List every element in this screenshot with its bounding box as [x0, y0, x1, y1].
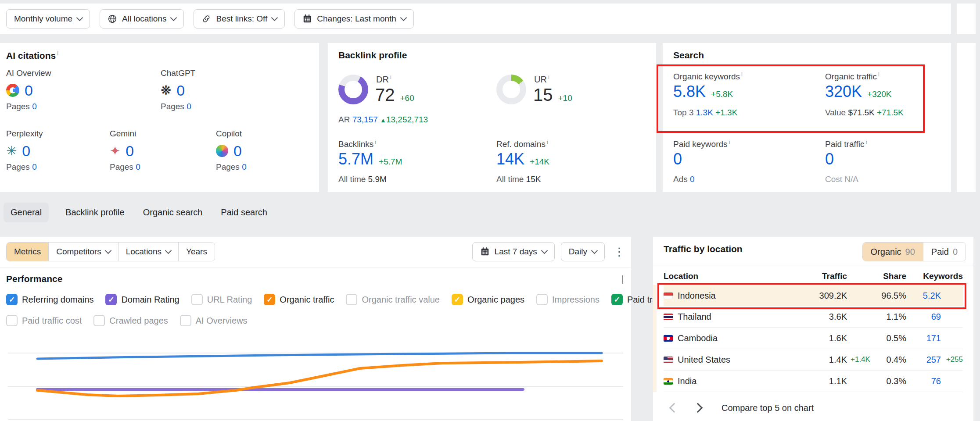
- keywords-link[interactable]: 69: [906, 312, 963, 322]
- next-page-icon[interactable]: [693, 403, 703, 413]
- checkbox-ai-overviews[interactable]: AI Overviews: [180, 315, 248, 326]
- date-controls: Last 7 days Daily ⋮: [472, 242, 628, 261]
- col-share[interactable]: Share: [847, 271, 906, 281]
- top3-link[interactable]: 1.3K: [696, 108, 713, 117]
- info-icon[interactable]: i: [548, 74, 549, 80]
- info-icon[interactable]: i: [729, 139, 730, 145]
- checkbox-box[interactable]: [264, 294, 275, 305]
- tab-paid-search[interactable]: Paid search: [219, 203, 269, 222]
- more-options-kebab-icon[interactable]: ⋮: [611, 243, 628, 261]
- collapse-section-button[interactable]: [622, 275, 623, 283]
- segment-locations[interactable]: Locations: [118, 243, 178, 261]
- col-keywords[interactable]: Keywords: [906, 271, 963, 281]
- checkbox-box[interactable]: [346, 294, 357, 305]
- chevron-down-icon: [170, 14, 177, 21]
- segment-years[interactable]: Years: [178, 243, 215, 261]
- info-icon[interactable]: i: [57, 50, 58, 57]
- pages-count-link[interactable]: 0: [242, 162, 247, 171]
- tab-general[interactable]: General: [4, 203, 49, 222]
- table-row-thailand[interactable]: Thailand 3.6K 1.1% 69: [664, 306, 963, 328]
- link-icon: [201, 14, 211, 24]
- compare-top5-label: Compare top 5 on chart: [722, 403, 814, 413]
- backlinks-value[interactable]: 5.7M: [338, 150, 373, 168]
- best-links-dropdown[interactable]: Best links: Off: [194, 9, 285, 29]
- segment-metrics[interactable]: Metrics: [7, 243, 48, 261]
- checkbox-organic-pages[interactable]: Organic pages: [452, 294, 524, 305]
- organic-paid-toggle: Organic90 Paid0: [862, 242, 966, 261]
- ai-citations-title: AI citationsi: [6, 50, 58, 61]
- checkbox-box[interactable]: [611, 294, 623, 305]
- info-icon[interactable]: i: [547, 139, 548, 145]
- performance-title: Performance: [6, 274, 62, 284]
- checkbox-organic-traffic[interactable]: Organic traffic: [264, 294, 334, 305]
- checkbox-box[interactable]: [536, 294, 548, 305]
- checkbox-paid-traffic-cost[interactable]: Paid traffic cost: [6, 315, 82, 326]
- tab-backlink-profile[interactable]: Backlink profile: [64, 203, 126, 222]
- organic-traffic-value[interactable]: 320K: [825, 82, 862, 101]
- pages-count-link[interactable]: 0: [187, 102, 191, 111]
- ar-value-link[interactable]: 73,157: [352, 115, 378, 124]
- col-location[interactable]: Location: [664, 271, 777, 281]
- toggle-organic[interactable]: Organic90: [863, 243, 923, 261]
- checkbox-referring-domains[interactable]: Referring domains: [6, 294, 93, 305]
- ai-overview-count[interactable]: 0: [25, 82, 33, 99]
- checkbox-box[interactable]: [180, 315, 191, 326]
- gemini-count[interactable]: 0: [126, 143, 134, 160]
- date-range-dropdown[interactable]: Last 7 days: [472, 242, 555, 261]
- chevron-down-icon: [104, 247, 111, 254]
- pages-count-link[interactable]: 0: [136, 162, 140, 171]
- globe-icon: [108, 14, 117, 24]
- organic-keywords-value[interactable]: 5.8K: [673, 82, 706, 101]
- table-row-india[interactable]: India 1.1K 0.3% 76: [664, 371, 963, 392]
- chatgpt-count[interactable]: 0: [176, 82, 185, 99]
- info-icon[interactable]: i: [865, 139, 867, 145]
- pages-count-link[interactable]: 0: [32, 102, 37, 111]
- toggle-paid[interactable]: Paid0: [923, 243, 966, 261]
- info-icon[interactable]: i: [375, 139, 376, 145]
- ref-domains-value[interactable]: 14K: [496, 150, 524, 168]
- col-traffic[interactable]: Traffic: [777, 271, 847, 281]
- previous-page-icon[interactable]: [669, 403, 679, 413]
- checkbox-box[interactable]: [105, 294, 117, 305]
- info-icon[interactable]: i: [741, 71, 743, 78]
- performance-chart[interactable]: [8, 333, 623, 421]
- segment-competitors[interactable]: Competitors: [48, 243, 118, 261]
- pages-count-link[interactable]: 0: [32, 162, 37, 171]
- table-row-cambodia[interactable]: Cambodia 1.6K 0.5% 171: [664, 328, 963, 349]
- checkbox-box[interactable]: [6, 294, 18, 305]
- backlinks-alltime: 5.9M: [368, 175, 387, 184]
- checkbox-box[interactable]: [93, 315, 105, 326]
- checkbox-box[interactable]: [191, 294, 203, 305]
- organic-count: 90: [905, 247, 915, 257]
- granularity-dropdown[interactable]: Daily: [561, 242, 605, 261]
- info-icon[interactable]: i: [390, 74, 391, 80]
- checkbox-box[interactable]: [452, 294, 463, 305]
- keywords-link[interactable]: 171: [906, 333, 963, 343]
- locations-dropdown[interactable]: All locations: [100, 9, 184, 29]
- changes-dropdown[interactable]: Changes: Last month: [294, 9, 414, 29]
- table-row-united-states[interactable]: United States 1.4K+1.4K 0.4% 257+255: [664, 349, 963, 371]
- info-icon[interactable]: i: [878, 71, 879, 78]
- ads-count-link[interactable]: 0: [690, 175, 695, 184]
- copilot-count[interactable]: 0: [233, 143, 242, 160]
- keywords-link[interactable]: 257+255: [906, 355, 963, 365]
- keywords-link[interactable]: 5.2K: [906, 291, 963, 301]
- checkbox-domain-rating[interactable]: Domain Rating: [105, 294, 179, 305]
- table-row-indonesia[interactable]: Indonesia 309.2K 96.5% 5.2K: [664, 285, 963, 306]
- paid-keywords-value[interactable]: 0: [673, 150, 682, 168]
- chevron-down-icon: [165, 247, 172, 254]
- traffic-value-amount: $71.5K: [848, 108, 874, 117]
- checkbox-impressions[interactable]: Impressions: [536, 294, 599, 305]
- engine-ai-overview: AI Overview 0 Pages 0: [6, 68, 51, 111]
- chevron-down-icon: [271, 14, 278, 21]
- checkbox-url-rating[interactable]: URL Rating: [191, 294, 252, 305]
- keywords-link[interactable]: 76: [906, 376, 963, 386]
- paid-count: 0: [953, 247, 958, 257]
- tab-organic-search[interactable]: Organic search: [141, 203, 205, 222]
- checkbox-crawled-pages[interactable]: Crawled pages: [93, 315, 168, 326]
- checkbox-box[interactable]: [6, 315, 18, 326]
- volume-mode-dropdown[interactable]: Monthly volume: [6, 9, 90, 29]
- perplexity-count[interactable]: 0: [22, 143, 30, 160]
- checkbox-organic-traffic-value[interactable]: Organic traffic value: [346, 294, 440, 305]
- paid-traffic-value[interactable]: 0: [825, 150, 834, 168]
